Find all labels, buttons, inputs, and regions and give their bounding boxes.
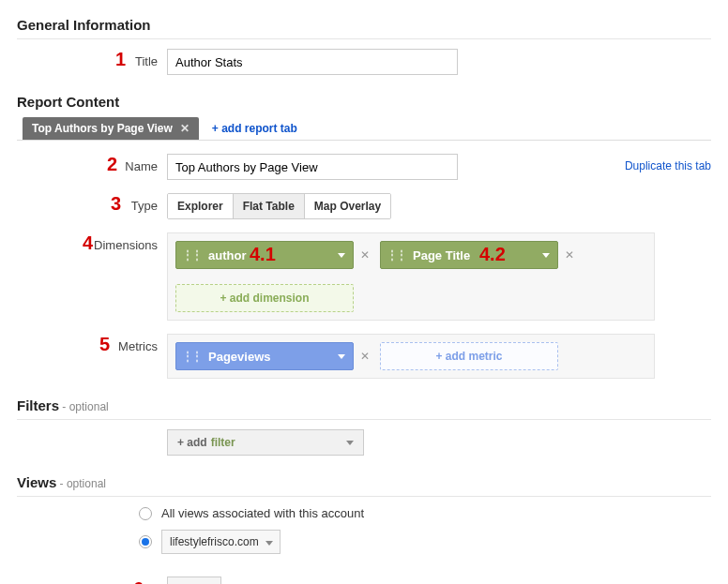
remove-metric-icon[interactable]: ✕	[357, 349, 372, 364]
chevron-down-icon	[265, 541, 273, 546]
metrics-area: ⋮⋮ Pageviews ✕ + add metric	[167, 334, 655, 379]
annotation-4-1: 4.1	[250, 244, 276, 265]
views-select[interactable]: lifestylefrisco.com	[161, 530, 281, 554]
views-specific-radio[interactable]	[139, 535, 152, 548]
title-input[interactable]	[167, 49, 458, 75]
report-tab-bar: Top Authors by Page View ✕ + add report …	[17, 117, 711, 141]
tab-active[interactable]: Top Authors by Page View ✕	[23, 117, 199, 140]
type-map-overlay[interactable]: Map Overlay	[305, 194, 390, 218]
dimension-pill-label: author	[208, 248, 246, 262]
type-button-group: Explorer Flat Table Map Overlay	[167, 193, 391, 219]
type-label: Type 3	[17, 193, 167, 213]
metrics-label: Metrics 5	[17, 334, 167, 353]
views-all-radio[interactable]	[139, 507, 152, 520]
drag-grip-icon: ⋮⋮	[182, 350, 201, 363]
remove-dimension-icon[interactable]: ✕	[562, 247, 577, 262]
tab-active-label: Top Authors by Page View	[32, 122, 173, 135]
title-label: Title 1	[17, 49, 167, 68]
save-button[interactable]: Save	[167, 577, 221, 584]
remove-dimension-icon[interactable]: ✕	[357, 247, 372, 262]
duplicate-tab-link[interactable]: Duplicate this tab	[625, 159, 711, 172]
name-label: Name 2	[17, 154, 167, 173]
chevron-down-icon	[542, 253, 550, 258]
dimensions-label: Dimensions 4	[17, 232, 167, 252]
type-flat-table[interactable]: Flat Table	[234, 194, 305, 218]
section-filters-heading: Filters - optional	[17, 392, 711, 420]
add-report-tab[interactable]: + add report tab	[199, 117, 311, 140]
save-spacer: 6	[17, 577, 167, 582]
section-report-content-heading: Report Content	[17, 88, 711, 115]
annotation-2: 2	[107, 154, 117, 175]
views-all-label: All views associated with this account	[161, 506, 364, 520]
type-explorer[interactable]: Explorer	[168, 194, 234, 218]
tab-close-icon[interactable]: ✕	[180, 122, 190, 135]
drag-grip-icon: ⋮⋮	[182, 248, 201, 262]
chevron-down-icon	[338, 253, 345, 258]
annotation-4-2: 4.2	[479, 244, 506, 265]
metric-pill-label: Pageviews	[208, 350, 271, 364]
dimensions-area: ⋮⋮ author 4.1 ✕ ⋮⋮ Page Title 4.2 ✕ + ad…	[167, 232, 655, 321]
annotation-3: 3	[111, 193, 121, 215]
dimension-pill-page-title[interactable]: ⋮⋮ Page Title 4.2	[380, 241, 558, 269]
annotation-1: 1	[115, 49, 126, 70]
chevron-down-icon	[338, 354, 345, 359]
filters-spacer	[17, 429, 167, 435]
name-input[interactable]	[167, 154, 458, 180]
add-filter-button[interactable]: + add filter	[167, 429, 364, 456]
annotation-4: 4	[83, 232, 93, 254]
section-general-heading: General Information	[17, 11, 711, 39]
chevron-down-icon	[346, 441, 354, 445]
metric-pill-pageviews[interactable]: ⋮⋮ Pageviews	[175, 342, 354, 370]
section-views-heading: Views - optional	[17, 469, 711, 497]
dimension-pill-author[interactable]: ⋮⋮ author 4.1	[175, 241, 354, 269]
drag-grip-icon: ⋮⋮	[387, 248, 405, 262]
dimension-pill-label: Page Title	[413, 248, 470, 262]
add-metric-button[interactable]: + add metric	[380, 342, 558, 370]
add-dimension-button[interactable]: + add dimension	[175, 284, 354, 312]
annotation-6: 6	[133, 578, 144, 584]
annotation-5: 5	[99, 334, 110, 355]
